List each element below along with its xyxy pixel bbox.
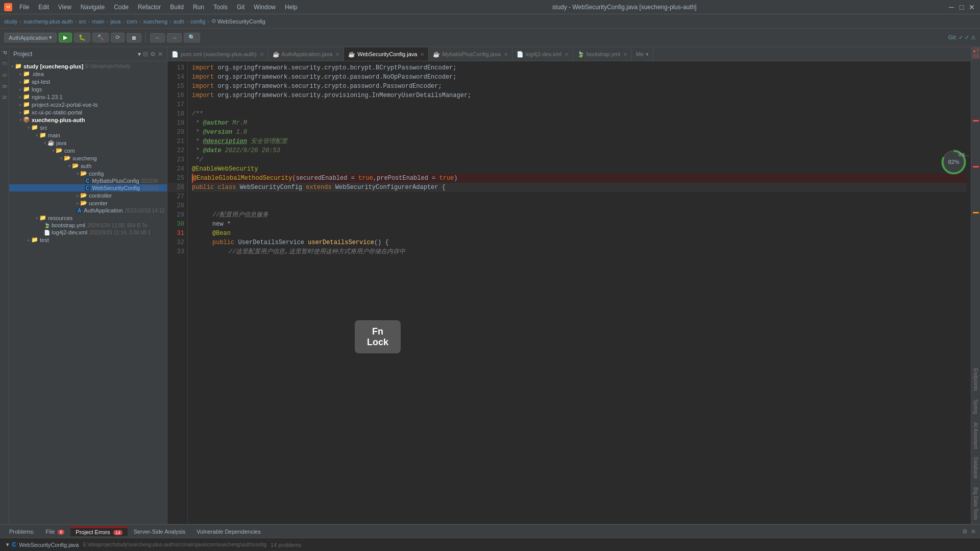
code-editor[interactable]: 1314151617 1819202122 23242526 27282930 … [167, 61, 971, 524]
tree-item-logs[interactable]: ▸ 📁 logs [9, 85, 167, 93]
breadcrumb-com[interactable]: com [127, 18, 137, 25]
menu-view[interactable]: View [54, 3, 76, 12]
problem-item-1[interactable]: ● 程序包org.springframework.security.authen… [4, 549, 976, 551]
breadcrumb-study[interactable]: study [4, 18, 17, 25]
menu-build[interactable]: Build [166, 3, 188, 12]
tab-websecurity[interactable]: ☕ WebSecurityConfig.java ✕ [344, 47, 429, 61]
collapse-all-icon[interactable]: ⊟ [143, 51, 148, 58]
close-panel-icon[interactable]: ✕ [158, 51, 163, 58]
close-button[interactable]: ✕ [968, 3, 976, 11]
tab-websecurity-close[interactable]: ✕ [420, 52, 424, 57]
tree-item-test[interactable]: ▸ 📁 test [9, 236, 167, 244]
tab-auth-app[interactable]: ☕ AuthApplication.java ✕ [268, 47, 345, 61]
tree-item-xc-ui[interactable]: ▸ 📁 xc-ui-pc-static-portal [9, 108, 167, 116]
code-content[interactable]: import org.springframework.security.cryp… [188, 61, 971, 524]
titlebar: IJ File Edit View Navigate Code Refactor… [0, 0, 980, 14]
menu-file[interactable]: File [15, 3, 33, 12]
tree-item-ucenter[interactable]: ▸ 📂 ucenter [9, 199, 167, 207]
tree-item-src[interactable]: ▾ 📁 src [9, 124, 167, 131]
menu-refactor[interactable]: Refactor [134, 3, 165, 12]
menu-edit[interactable]: Edit [34, 3, 53, 12]
settings-icon[interactable]: ⚙ [150, 51, 156, 58]
tree-item-xuecheng-auth[interactable]: ▾ 📦 xuecheng-plus-auth [9, 116, 167, 124]
sidebar-bookmarks-icon[interactable]: B [1, 83, 8, 90]
breadcrumb-xuecheng[interactable]: xuecheng [143, 18, 167, 25]
tree-item-xuecheng-pkg[interactable]: ▾ 📂 xuecheng [9, 154, 167, 162]
maximize-button[interactable]: □ [958, 3, 966, 11]
sidebar-commit-icon[interactable]: C [1, 60, 8, 67]
project-panel-chevron[interactable]: ▾ [138, 51, 141, 58]
tree-item-study[interactable]: ▾ 📁 study [xuecheng-plus] E:\ideaproject… [9, 62, 167, 70]
tree-item-portal-vue[interactable]: ▸ 📁 project-xczx2-portal-vue-ts [9, 101, 167, 108]
tree-item-mybatis[interactable]: C MyBatisPlusConfig 2022/9/ [9, 177, 167, 184]
tab-more[interactable]: Me ▾ [632, 47, 653, 61]
tree-item-idea[interactable]: ▸ 📁 .idea [9, 70, 167, 78]
menu-run[interactable]: Run [189, 3, 208, 12]
run-config-selector[interactable]: AuthApplication ▾ [4, 33, 57, 42]
tree-item-bootstrap-yml[interactable]: 🍃 bootstrap.yml 2024/1/24 11:08, 654 B T… [9, 222, 167, 229]
tab-pom-close[interactable]: ✕ [260, 52, 264, 57]
sidebar-project-icon[interactable]: P [1, 49, 8, 56]
tree-item-auth-app[interactable]: A AuthApplication 2022/10/18 14:12 [9, 207, 167, 214]
tree-item-java[interactable]: ▾ ☕ java [9, 139, 167, 147]
bottom-tab-server-side[interactable]: Server-Side Analysis [129, 528, 191, 536]
menu-navigate[interactable]: Navigate [77, 3, 109, 12]
sidebar-bigdata-label[interactable]: Big Data Tools [972, 483, 979, 524]
tree-item-config-pkg[interactable]: ▾ 📂 config [9, 170, 167, 177]
bottom-tab-file[interactable]: File 8 [41, 528, 70, 536]
sidebar-structure-icon[interactable]: S [1, 71, 8, 79]
breadcrumb-auth[interactable]: auth [174, 18, 184, 25]
tab-auth-app-close[interactable]: ✕ [335, 52, 339, 57]
tree-item-log4j2[interactable]: 📄 log4j2-dev.xml 2022/9/20 11:14, 3.08 k… [9, 229, 167, 236]
forward-button[interactable]: → [167, 33, 182, 42]
search-everywhere-button[interactable]: 🔍 [184, 33, 200, 42]
app-logo: IJ [4, 3, 12, 11]
bottom-settings-icon[interactable]: ⚙ [962, 528, 968, 535]
tree-item-controller[interactable]: ▸ 📂 controller [9, 191, 167, 199]
tab-auth-app-label: AuthApplication.java [282, 51, 333, 57]
tree-item-websecurity[interactable]: C WebSecurityConfig 2023/1/ [9, 184, 167, 191]
tab-mybatis-close[interactable]: ✕ [504, 52, 508, 57]
tree-item-com[interactable]: ▾ 📂 com [9, 147, 167, 154]
tab-log4j2-close[interactable]: ✕ [565, 52, 569, 57]
stop-button[interactable]: ⏹ [127, 33, 141, 42]
fn-lock-fn-text: Fn [372, 326, 383, 337]
tab-mybatis[interactable]: ☕ MybatisPlusConfig.java ✕ [429, 47, 512, 61]
bottom-tab-project-errors[interactable]: Project Errors 14 [70, 527, 127, 536]
tree-item-resources[interactable]: ▾ 📁 resources [9, 214, 167, 222]
tree-item-nginx[interactable]: ▸ 📁 nginx-1.23.1 [9, 93, 167, 101]
tab-log4j2[interactable]: 📄 log4j2-dev.xml ✕ [512, 47, 573, 61]
menu-git[interactable]: Git [233, 3, 249, 12]
breadcrumb-module[interactable]: xuecheng-plus-auth [23, 18, 73, 25]
run-button[interactable]: ▶ [59, 33, 72, 42]
tab-bootstrap[interactable]: 🍃 bootstrap.yml ✕ [573, 47, 632, 61]
sidebar-ai-label[interactable]: AI Assistant [972, 418, 979, 453]
tab-mybatis-label: MybatisPlusConfig.java [442, 51, 500, 57]
menu-window[interactable]: Window [250, 3, 280, 12]
tree-item-api-test[interactable]: ▸ 📁 api-test [9, 78, 167, 85]
breadcrumb-src[interactable]: src [79, 18, 86, 25]
bottom-content[interactable]: ▾ C WebSecurityConfig.java E:\ideaprojec… [0, 538, 980, 551]
menu-code[interactable]: Code [110, 3, 133, 12]
bottom-close-icon[interactable]: ✕ [971, 528, 976, 535]
tab-pom[interactable]: 📄 pom.xml (xuecheng-plus-auth) ✕ [167, 47, 268, 61]
sync-button[interactable]: ⟳ [111, 33, 125, 42]
bottom-tab-vulnerable[interactable]: Vulnerable Dependencies [191, 528, 266, 536]
back-button[interactable]: ← [150, 33, 165, 42]
tree-item-auth-pkg[interactable]: ▾ 📂 auth [9, 162, 167, 170]
problem-group-header[interactable]: ▾ C WebSecurityConfig.java E:\ideaprojec… [4, 540, 976, 549]
debug-button[interactable]: 🐛 [74, 33, 90, 42]
sidebar-database-label[interactable]: Database [972, 453, 979, 483]
breadcrumb-java[interactable]: java [110, 18, 120, 25]
sidebar-endpoints-label[interactable]: Endpoints [972, 364, 979, 395]
tree-item-main[interactable]: ▾ 📁 main [9, 131, 167, 139]
breadcrumb-main[interactable]: main [92, 18, 105, 25]
sidebar-spring-label[interactable]: Spring [972, 395, 979, 418]
minimize-button[interactable]: ─ [947, 3, 955, 11]
sidebar-npm-icon[interactable]: N [1, 94, 8, 101]
menu-tools[interactable]: Tools [209, 3, 232, 12]
build-button[interactable]: 🔨 [92, 33, 109, 42]
tab-bootstrap-close[interactable]: ✕ [623, 52, 627, 57]
menu-help[interactable]: Help [281, 3, 302, 12]
breadcrumb-config[interactable]: config [190, 18, 205, 25]
